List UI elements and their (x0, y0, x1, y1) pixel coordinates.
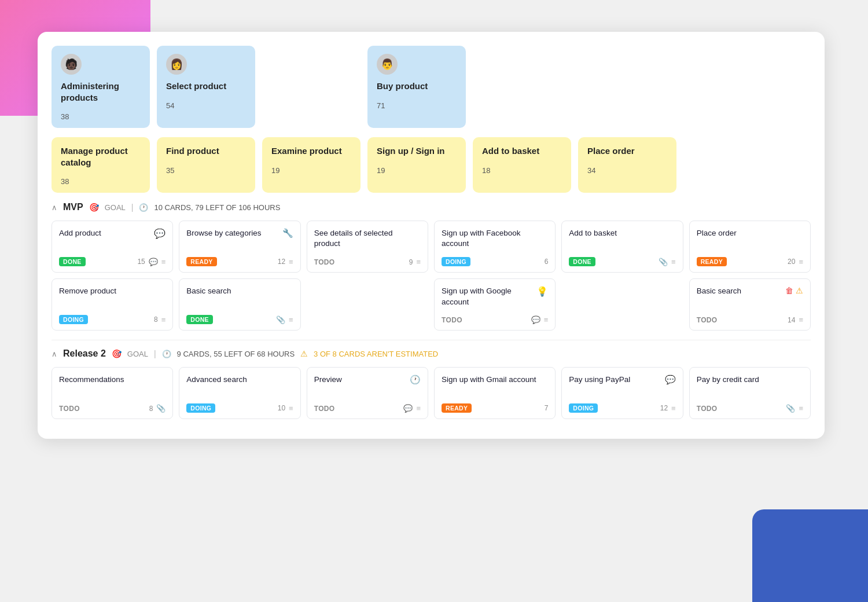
mvp-row-1: Add product 💬 DONE 15 💬 ≡ Browse by cate… (52, 221, 811, 273)
main-board: 🧑🏿 Administering products 38 👩 Select pr… (38, 32, 825, 439)
mvp-section-header: ∧ MVP 🎯 GOAL | 🕐 10 CARDS, 79 LEFT OF 10… (52, 202, 811, 212)
count-facebook: 6 (545, 258, 549, 266)
card-browse-categories[interactable]: Browse by categories 🔧 READY 12 ≡ (179, 221, 300, 273)
story-sign-up-in[interactable]: Sign up / Sign in 19 (367, 137, 466, 193)
epic-title-buy-product: Buy product (377, 80, 457, 92)
card-remove-product[interactable]: Remove product DOING 8 ≡ (52, 278, 173, 331)
story-count-manage: 38 (61, 177, 141, 186)
meta-see-details: 9 ≡ (409, 258, 421, 266)
clock-icon-r2: 🕐 (162, 350, 171, 358)
meta-credit-card: 📎 ≡ (786, 404, 803, 413)
badge-add-basket: DONE (569, 257, 595, 266)
warning-icon-r2: ⚠ (300, 349, 308, 358)
card-add-product[interactable]: Add product 💬 DONE 15 💬 ≡ (52, 221, 173, 273)
card-add-basket[interactable]: Add to basket DONE 📎 ≡ (561, 221, 683, 273)
stories-row: Manage product catalog 38 Find product 3… (52, 137, 811, 193)
count-recommendations: 8 (149, 405, 153, 413)
epics-row: 🧑🏿 Administering products 38 👩 Select pr… (52, 46, 811, 128)
release2-row-1: Recommendations TODO 8 📎 Advanced search… (52, 367, 811, 419)
trash-icon: 🗑 (785, 286, 793, 295)
count-basic-search-2: 14 (788, 316, 795, 324)
tools-icon: 🔧 (282, 228, 293, 238)
story-title-find: Find product (166, 145, 246, 157)
list-icon-google: ≡ (544, 315, 549, 324)
release2-chevron[interactable]: ∧ (52, 350, 57, 358)
epic-title-select-product: Select product (166, 80, 246, 92)
card-see-details[interactable]: See details of selected product TODO 9 ≡ (307, 221, 428, 273)
card-place-order[interactable]: Place order READY 20 ≡ (689, 221, 811, 273)
story-count-find: 35 (166, 166, 246, 175)
count-remove: 8 (154, 315, 158, 324)
release2-goal-label: GOAL (127, 350, 148, 358)
kanban-empty-2 (561, 278, 683, 331)
bg-blue-decoration (752, 509, 868, 602)
card-title-paypal: Pay using PayPal (569, 375, 664, 385)
card-basic-search-2[interactable]: Basic search 🗑 ⚠ TODO 14 ≡ (689, 278, 811, 331)
story-count-signup: 19 (377, 166, 457, 175)
story-add-to-basket[interactable]: Add to basket 18 (473, 137, 571, 193)
meta-paypal: 12 ≡ (660, 404, 676, 413)
story-title-signup: Sign up / Sign in (377, 145, 457, 157)
card-advanced-search[interactable]: Advanced search DOING 10 ≡ (179, 367, 300, 419)
badge-add-product: DONE (59, 257, 86, 266)
epic-title-administering: Administering products (61, 80, 141, 103)
card-basic-search[interactable]: Basic search DONE 📎 ≡ (179, 278, 300, 331)
story-examine-product[interactable]: Examine product 19 (262, 137, 361, 193)
meta-gmail: 7 (545, 404, 549, 412)
count-advanced-search: 10 (278, 404, 285, 412)
story-manage-product[interactable]: Manage product catalog 38 (52, 137, 150, 193)
card-google[interactable]: Sign up with Google account 💡 TODO 💬 ≡ (434, 278, 556, 331)
card-facebook[interactable]: Sign up with Facebook account DOING 6 (434, 221, 556, 273)
count-browse: 12 (278, 258, 285, 266)
epic-card-buy-product[interactable]: 👨 Buy product 71 (367, 46, 466, 128)
mvp-goal-label: GOAL (105, 203, 126, 212)
list-icon-cc: ≡ (799, 404, 803, 413)
card-recommendations[interactable]: Recommendations TODO 8 📎 (52, 367, 173, 419)
list-icon-paypal: ≡ (671, 404, 676, 413)
section-divider (52, 340, 811, 340)
list-icon-advanced: ≡ (289, 404, 293, 413)
badge-place-order: READY (697, 257, 727, 266)
meta-remove: 8 ≡ (154, 315, 165, 324)
mvp-row-2: Remove product DOING 8 ≡ Basic search DO… (52, 278, 811, 331)
clock-icon: 🕐 (139, 203, 148, 212)
card-title-see-details: See details of selected product (314, 228, 421, 249)
card-title-facebook: Sign up with Facebook account (442, 228, 548, 249)
badge-paypal: DOING (569, 403, 598, 413)
paperclip-icon-search: 📎 (276, 315, 285, 324)
card-paypal[interactable]: Pay using PayPal 💬 DOING 12 ≡ (561, 367, 683, 419)
comment-icon-preview: 💬 (403, 404, 413, 413)
comment-icon-google: 💬 (531, 315, 540, 324)
story-title-examine: Examine product (271, 145, 351, 157)
card-gmail[interactable]: Sign up with Gmail account READY 7 (434, 367, 556, 419)
mvp-chevron[interactable]: ∧ (52, 203, 57, 212)
story-place-order[interactable]: Place order 34 (578, 137, 676, 193)
list-icon-remove: ≡ (161, 315, 166, 324)
list-icon-order: ≡ (799, 258, 803, 266)
story-title-order: Place order (587, 145, 667, 157)
badge-advanced-search: DOING (186, 403, 215, 413)
release2-section-header: ∧ Release 2 🎯 GOAL | 🕐 9 CARDS, 55 LEFT … (52, 348, 811, 359)
meta-browse: 12 ≡ (278, 258, 293, 266)
count-paypal: 12 (660, 404, 668, 412)
epic-card-administering[interactable]: 🧑🏿 Administering products 38 (52, 46, 150, 128)
epic-card-select-product[interactable]: 👩 Select product 54 (157, 46, 255, 128)
list-icon-basket: ≡ (671, 258, 676, 266)
list-icon: ≡ (161, 258, 166, 266)
card-title-browse: Browse by categories (186, 228, 282, 238)
meta-recommendations: 8 📎 (149, 404, 166, 413)
story-find-product[interactable]: Find product 35 (157, 137, 255, 193)
mvp-cards-info: 10 CARDS, 79 LEFT OF 106 HOURS (154, 203, 280, 212)
story-title-basket: Add to basket (482, 145, 562, 157)
card-credit-card[interactable]: Pay by credit card TODO 📎 ≡ (689, 367, 811, 419)
badge-basic-search: DONE (186, 315, 213, 324)
paperclip-icon-basket: 📎 (659, 258, 668, 266)
avatar-buy-product: 👨 (377, 54, 398, 75)
comment-filled-paypal: 💬 (665, 375, 676, 385)
card-preview[interactable]: Preview 🕐 TODO 💬 ≡ (307, 367, 428, 419)
card-title-credit-card: Pay by credit card (697, 375, 803, 396)
paperclip-icon-cc: 📎 (786, 404, 795, 413)
release2-warning: 3 OF 8 CARDS AREN'T ESTIMATED (314, 350, 438, 358)
meta-place-order: 20 ≡ (788, 258, 803, 266)
meta-advanced-search: 10 ≡ (278, 404, 293, 413)
